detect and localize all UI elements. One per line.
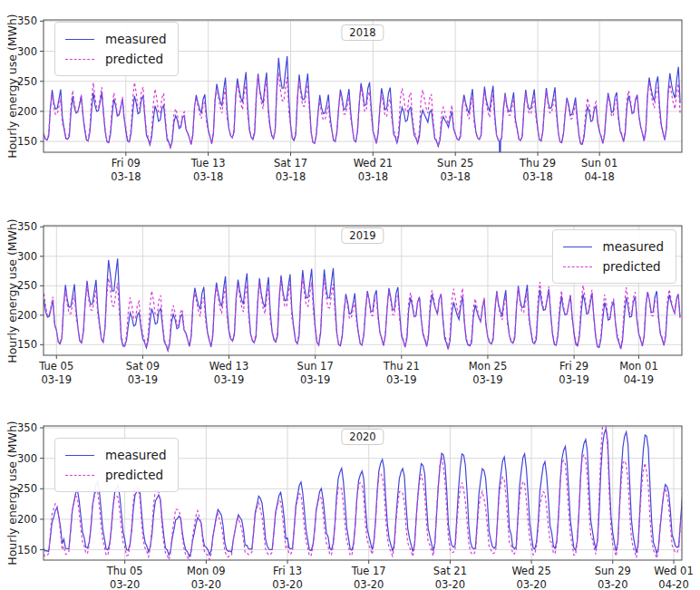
year-badge-2020: 2020 xyxy=(341,429,384,445)
year-badge-2018: 2018 xyxy=(341,24,384,41)
y-tick-label: 250 xyxy=(17,75,37,88)
x-tick-label-day: Tue 13 xyxy=(190,157,226,169)
x-tick-label-day: Mon 25 xyxy=(469,360,508,372)
y-tick-label: 200 xyxy=(17,309,37,322)
predicted-line-sample xyxy=(65,59,94,60)
x-tick-label-day: Tue 05 xyxy=(38,360,73,372)
legend-label-predicted: predicted xyxy=(105,468,163,482)
legend-label-measured: measured xyxy=(105,32,166,46)
x-tick-label-date: 03-20 xyxy=(191,578,221,590)
x-tick-label-day: Sat 17 xyxy=(274,157,307,169)
x-tick-label-date: 04-20 xyxy=(658,578,688,590)
y-tick-label: 150 xyxy=(17,544,37,556)
legend: measured predicted xyxy=(54,22,179,76)
x-tick-label-date: 03-18 xyxy=(440,170,470,183)
x-tick-label-date: 03-20 xyxy=(598,578,627,590)
y-tick-label: 300 xyxy=(17,250,37,263)
y-tick-label: 300 xyxy=(17,45,37,58)
legend-entry-predicted: predicted xyxy=(65,49,166,69)
y-axis-label: Hourly energy use (MWh) xyxy=(5,421,19,565)
legend-entry-measured: measured xyxy=(563,237,664,256)
x-tick-label-day: Sun 17 xyxy=(297,360,334,372)
y-tick-label: 150 xyxy=(17,135,37,148)
x-tick-label-day: Sun 25 xyxy=(437,157,473,169)
y-tick-label: 150 xyxy=(17,338,37,351)
x-tick-label-date: 03-19 xyxy=(214,373,244,386)
predicted-line-sample xyxy=(65,475,94,476)
x-tick-label-day: Fri 13 xyxy=(273,565,302,577)
subplot-2018: 150200250300350Fri 0903-18Tue 1303-18Sat… xyxy=(0,0,700,210)
x-tick-label-date: 03-20 xyxy=(354,578,384,590)
x-tick-label-day: Sun 01 xyxy=(581,157,617,169)
x-tick-label-date: 03-18 xyxy=(193,170,223,183)
y-tick-label: 200 xyxy=(17,105,37,118)
x-tick-label-day: Wed 25 xyxy=(511,565,550,577)
x-tick-label-day: Mon 09 xyxy=(187,565,226,577)
predicted-line xyxy=(35,277,681,351)
x-tick-label-day: Wed 01 xyxy=(654,565,693,577)
measured-line-sample xyxy=(65,39,94,40)
x-tick-label-date: 03-19 xyxy=(386,373,416,386)
x-tick-label-date: 03-18 xyxy=(358,170,388,183)
y-axis-label: Hourly energy use (MWh) xyxy=(5,218,19,363)
energy-forecast-figure: 150200250300350Fri 0903-18Tue 1303-18Sat… xyxy=(0,0,700,590)
year-badge-2019: 2019 xyxy=(341,227,384,244)
y-tick-label: 250 xyxy=(17,482,37,495)
x-tick-label-date: 03-20 xyxy=(272,578,302,590)
y-tick-label: 200 xyxy=(17,513,37,526)
x-tick-label-date: 03-20 xyxy=(516,578,546,590)
x-tick-label-date: 03-20 xyxy=(435,578,465,590)
x-tick-label-day: Thu 21 xyxy=(383,360,420,372)
x-tick-label-day: Mon 01 xyxy=(619,360,658,372)
x-tick-label-date: 03-19 xyxy=(472,373,502,386)
x-tick-label-day: Wed 21 xyxy=(354,157,393,169)
legend-label-predicted: predicted xyxy=(603,259,661,274)
x-tick-label-date: 03-18 xyxy=(111,170,141,183)
subplot-2019: 150200250300350Tue 0503-19Sat 0903-19Wed… xyxy=(0,210,700,415)
y-tick-label: 300 xyxy=(17,452,37,465)
legend-entry-predicted: predicted xyxy=(563,256,664,276)
measured-line-sample xyxy=(563,247,592,247)
y-tick-label: 250 xyxy=(17,279,37,292)
legend-entry-measured: measured xyxy=(65,29,166,49)
predicted-line xyxy=(44,73,680,148)
legend-label-measured: measured xyxy=(105,448,166,462)
x-tick-label-day: Sat 21 xyxy=(433,565,467,577)
x-tick-label-date: 03-18 xyxy=(522,170,552,183)
legend: measured predicted xyxy=(552,229,676,284)
legend-label-measured: measured xyxy=(603,239,664,254)
y-axis-label: Hourly energy use (MWh) xyxy=(5,14,19,158)
x-tick-label-date: 03-20 xyxy=(110,578,140,590)
x-tick-label-date: 03-18 xyxy=(276,170,306,183)
x-tick-label-day: Sat 09 xyxy=(126,360,160,372)
legend-label-predicted: predicted xyxy=(105,52,163,66)
x-tick-label-day: Sun 29 xyxy=(595,565,631,577)
measured-line-sample xyxy=(65,455,94,456)
x-tick-label-date: 04-18 xyxy=(584,170,614,183)
x-tick-label-date: 03-19 xyxy=(300,373,330,386)
y-tick-label: 350 xyxy=(17,421,37,434)
x-tick-label-date: 03-19 xyxy=(42,373,72,386)
legend: measured predicted xyxy=(54,438,179,492)
x-tick-label-date: 03-19 xyxy=(559,373,588,386)
y-tick-label: 350 xyxy=(17,15,37,27)
x-tick-label-date: 03-19 xyxy=(128,373,158,386)
x-tick-label-day: Thu 05 xyxy=(106,565,143,577)
x-tick-label-day: Thu 29 xyxy=(519,157,556,169)
x-tick-label-day: Fri 29 xyxy=(559,360,588,372)
legend-entry-measured: measured xyxy=(65,445,166,465)
legend-entry-predicted: predicted xyxy=(65,465,166,485)
x-tick-label-day: Tue 17 xyxy=(351,565,386,577)
x-tick-label-day: Fri 09 xyxy=(112,157,141,169)
predicted-line-sample xyxy=(563,266,592,267)
subplot-2020: 150200250300350Thu 0503-20Mon 0903-20Fri… xyxy=(0,415,700,590)
x-tick-label-date: 04-19 xyxy=(624,373,654,386)
x-tick-label-day: Wed 13 xyxy=(209,360,248,372)
y-tick-label: 350 xyxy=(17,220,37,233)
